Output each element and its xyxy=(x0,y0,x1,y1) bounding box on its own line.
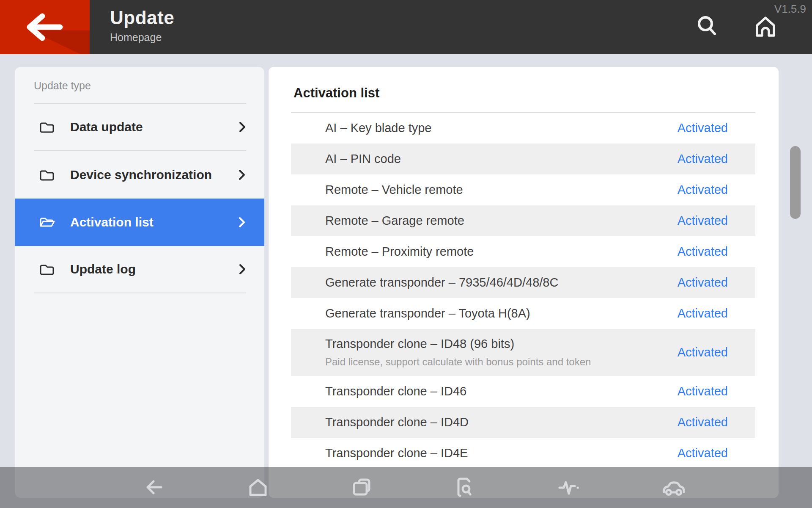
list-item-label: AI – Key blade type xyxy=(325,121,432,135)
sidebar-item-label: Update log xyxy=(70,262,136,276)
sidebar-item-label: Activation list xyxy=(70,215,154,229)
list-item-labels: Remote – Proximity remote xyxy=(325,245,474,259)
chevron-right-icon xyxy=(238,169,246,181)
list-item-labels: Generate transponder – Toyota H(8A) xyxy=(325,306,530,320)
list-item-labels: Remote – Garage remote xyxy=(325,214,464,228)
list-item-labels: Transponder clone – ID4E xyxy=(325,446,468,460)
list-item-labels: AI – PIN code xyxy=(325,152,401,166)
status-badge: Activated xyxy=(678,276,728,290)
folder-closed-icon xyxy=(39,262,55,276)
folder-closed-icon xyxy=(39,120,55,134)
list-item[interactable]: Remote – Proximity remote Activated xyxy=(291,236,755,267)
home-icon[interactable] xyxy=(752,13,779,40)
list-item-labels: Transponder clone – ID46 xyxy=(325,384,466,398)
back-button[interactable] xyxy=(0,0,90,54)
list-item-label: Generate transponder – Toyota H(8A) xyxy=(325,306,530,320)
page-title: Update xyxy=(110,7,174,29)
sidebar: Update type Data update Device xyxy=(15,67,264,498)
list-item-label: Transponder clone – ID48 (96 bits) xyxy=(325,337,591,351)
list-item[interactable]: Remote – Vehicle remote Activated xyxy=(291,174,755,205)
list-item[interactable]: AI – Key blade type Activated xyxy=(291,113,755,144)
list-heading: Activation list xyxy=(291,67,755,113)
status-badge: Activated xyxy=(678,345,728,359)
chevron-right-icon xyxy=(239,121,246,133)
list-item[interactable]: Transponder clone – ID4E Activated xyxy=(291,438,755,469)
chevron-right-icon xyxy=(239,263,246,275)
list-item-label: AI – PIN code xyxy=(325,152,401,166)
status-badge: Activated xyxy=(678,121,728,135)
scrollbar-thumb[interactable] xyxy=(790,146,801,219)
status-badge: Activated xyxy=(678,384,728,398)
top-bar: Update Homepage V1.5.9 xyxy=(0,0,812,54)
list-item[interactable]: Transponder clone – ID46 Activated xyxy=(291,376,755,407)
sidebar-header: Update type xyxy=(34,80,246,104)
folder-closed-icon xyxy=(39,168,55,182)
list-item-labels: Generate transponder – 7935/46/4D/48/8C xyxy=(325,276,558,290)
sidebar-items: Data update Device synchronization xyxy=(15,104,264,293)
list-item-label: Remote – Vehicle remote xyxy=(325,183,463,197)
list-item-label: Generate transponder – 7935/46/4D/48/8C xyxy=(325,276,558,290)
list-item[interactable]: Generate transponder – Toyota H(8A) Acti… xyxy=(291,298,755,329)
home-icon[interactable] xyxy=(247,476,269,498)
search-icon[interactable] xyxy=(694,13,721,40)
list-item-labels: Transponder clone – ID48 (96 bits) Paid … xyxy=(325,337,591,368)
list-item[interactable]: Transponder clone – ID48 (96 bits) Paid … xyxy=(291,329,755,376)
chevron-right-icon xyxy=(238,216,246,228)
sidebar-item-label: Device synchronization xyxy=(70,168,212,182)
back-icon[interactable] xyxy=(143,476,165,498)
sidebar-item-data-update[interactable]: Data update xyxy=(34,104,246,151)
list-item[interactable]: Transponder clone – ID4D Activated xyxy=(291,407,755,438)
list-item-label: Transponder clone – ID4E xyxy=(325,446,468,460)
status-badge: Activated xyxy=(678,446,728,460)
status-badge: Activated xyxy=(678,245,728,259)
list-item[interactable]: Generate transponder – 7935/46/4D/48/8C … xyxy=(291,267,755,298)
main-inner: Activation list AI – Key blade type Acti… xyxy=(291,67,755,469)
list-item-labels: Remote – Vehicle remote xyxy=(325,183,463,197)
file-search-icon[interactable] xyxy=(454,476,476,498)
list-item-label: Remote – Proximity remote xyxy=(325,245,474,259)
bottom-nav-bar xyxy=(0,467,812,508)
list-item-label: Remote – Garage remote xyxy=(325,214,464,228)
status-badge: Activated xyxy=(678,152,728,166)
status-badge: Activated xyxy=(678,415,728,429)
status-badge: Activated xyxy=(678,214,728,228)
list-item-labels: AI – Key blade type xyxy=(325,121,432,135)
page-title-block: Update Homepage xyxy=(110,7,174,44)
recent-apps-icon[interactable] xyxy=(351,476,373,498)
activation-list: AI – Key blade type Activated AI – PIN c… xyxy=(291,113,755,469)
list-item-labels: Transponder clone – ID4D xyxy=(325,415,469,429)
back-arrow-icon xyxy=(23,12,67,42)
sidebar-item-update-log[interactable]: Update log xyxy=(34,246,246,293)
sidebar-item-device-synchronization[interactable]: Device synchronization xyxy=(15,151,264,199)
list-item-label: Transponder clone – ID4D xyxy=(325,415,469,429)
sidebar-item-activation-list[interactable]: Activation list xyxy=(15,199,264,246)
list-item-sublabel: Paid license, support calculate with bon… xyxy=(325,356,591,368)
folder-open-icon xyxy=(39,215,55,229)
status-badge: Activated xyxy=(678,306,728,320)
list-item[interactable]: Remote – Garage remote Activated xyxy=(291,205,755,236)
vehicle-icon[interactable] xyxy=(661,476,683,498)
sidebar-item-label: Data update xyxy=(70,120,143,134)
main-panel: Activation list AI – Key blade type Acti… xyxy=(269,67,779,498)
status-badge: Activated xyxy=(678,183,728,197)
screen: Update Homepage V1.5.9 Update type Data … xyxy=(0,0,812,508)
list-item[interactable]: AI – PIN code Activated xyxy=(291,144,755,174)
list-item-label: Transponder clone – ID46 xyxy=(325,384,466,398)
version-label: V1.5.9 xyxy=(774,3,806,16)
pulse-icon[interactable] xyxy=(558,476,580,498)
page-subtitle: Homepage xyxy=(110,31,174,44)
